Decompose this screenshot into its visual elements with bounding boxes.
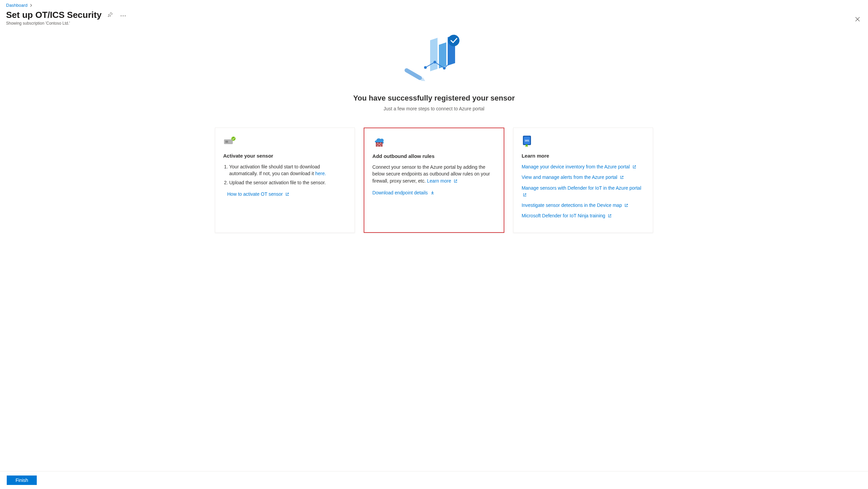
svg-rect-4 [439, 43, 446, 69]
outbound-learn-more-label: Learn more [427, 178, 451, 184]
pin-icon [108, 12, 113, 18]
svg-point-1 [123, 16, 124, 17]
title-row: Set up OT/ICS Security [6, 10, 862, 20]
learn-link-alerts[interactable]: View and manage alerts from the Azure po… [522, 174, 624, 180]
learn-link-label: Microsoft Defender for IoT Ninja trainin… [522, 213, 605, 218]
learn-link-manage-sensors[interactable]: Manage sensors with Defender for IoT in … [522, 185, 641, 197]
activate-step-2: Upload the sensor activation file to the… [229, 179, 346, 186]
learn-link-inventory[interactable]: Manage your device inventory from the Az… [522, 164, 636, 169]
more-button[interactable] [119, 11, 127, 19]
cards-row: Activate your sensor Your activation fil… [215, 128, 653, 233]
book-icon: 101 [522, 135, 645, 147]
learn-more-link-list: Manage your device inventory from the Az… [522, 163, 645, 220]
svg-rect-3 [430, 38, 438, 71]
svg-marker-13 [425, 81, 426, 82]
svg-point-7 [433, 61, 436, 63]
finish-button[interactable]: Finish [7, 476, 37, 485]
close-button[interactable] [853, 15, 862, 25]
card-learn-title: Learn more [522, 153, 645, 159]
external-link-icon [620, 174, 624, 181]
card-activate-title: Activate your sensor [223, 153, 346, 159]
close-icon [855, 17, 860, 23]
success-subheading: Just a few more steps to connect to Azur… [384, 106, 484, 111]
breadcrumb: Dashboard [6, 3, 862, 8]
svg-point-0 [121, 16, 122, 17]
svg-rect-15 [225, 141, 228, 143]
external-link-icon [633, 164, 636, 170]
page-subtitle: Showing subscription 'Contoso Ltd.' [6, 21, 862, 26]
svg-point-9 [452, 58, 455, 61]
breadcrumb-link-dashboard[interactable]: Dashboard [6, 3, 28, 8]
learn-link-label: Manage sensors with Defender for IoT in … [522, 185, 641, 191]
how-to-activate-link[interactable]: How to activate OT sensor [227, 191, 289, 197]
external-link-icon [285, 191, 289, 198]
card-outbound-title: Add outbound allow rules [372, 153, 496, 159]
card-outbound-rules: Add outbound allow rules Connect your se… [364, 128, 504, 233]
page-title: Set up OT/ICS Security [6, 10, 102, 20]
page-header: Dashboard Set up OT/ICS Security Showing… [0, 0, 868, 27]
external-link-icon [454, 178, 457, 185]
external-link-icon [608, 213, 612, 219]
more-horizontal-icon [120, 12, 126, 18]
outbound-body-paragraph: Connect your sensor to the Azure portal … [372, 164, 496, 185]
activate-steps-list: Your activation file should start to dow… [223, 163, 346, 186]
learn-link-label: View and manage alerts from the Azure po… [522, 174, 617, 180]
activate-step-1-text: Your activation file should start to dow… [229, 164, 320, 176]
cloud-firewall-icon [372, 136, 496, 147]
download-endpoint-details-link[interactable]: Download endpoint details [372, 190, 435, 195]
svg-point-6 [424, 66, 427, 69]
card-learn-more: 101 Learn more Manage your device invent… [513, 128, 653, 233]
external-link-icon [624, 202, 628, 209]
svg-point-2 [125, 16, 126, 17]
card-activate-sensor: Activate your sensor Your activation fil… [215, 128, 355, 233]
how-to-activate-link-label: How to activate OT sensor [227, 191, 283, 197]
outbound-learn-more-link[interactable]: Learn more [427, 178, 457, 184]
main-content: You have successfully registered your se… [0, 27, 868, 471]
download-icon [430, 190, 435, 196]
svg-text:101: 101 [525, 139, 529, 142]
download-endpoint-details-label: Download endpoint details [372, 190, 428, 195]
svg-point-10 [448, 35, 459, 46]
activate-step-1: Your activation file should start to dow… [229, 163, 346, 177]
success-heading: You have successfully registered your se… [353, 94, 515, 103]
learn-link-label: Manage your device inventory from the Az… [522, 164, 630, 169]
learn-link-device-map[interactable]: Investigate sensor detections in the Dev… [522, 202, 628, 208]
svg-rect-14 [224, 139, 233, 144]
pin-button[interactable] [106, 10, 114, 20]
page-footer: Finish [0, 471, 868, 489]
download-here-link[interactable]: here. [315, 171, 326, 176]
success-illustration [404, 30, 465, 84]
svg-point-8 [443, 67, 446, 70]
sensor-device-icon [223, 135, 346, 147]
learn-link-label: Investigate sensor detections in the Dev… [522, 202, 622, 208]
external-link-icon [523, 192, 527, 198]
learn-link-ninja-training[interactable]: Microsoft Defender for IoT Ninja trainin… [522, 213, 612, 218]
svg-rect-11 [404, 67, 423, 81]
chevron-right-icon [30, 3, 32, 7]
